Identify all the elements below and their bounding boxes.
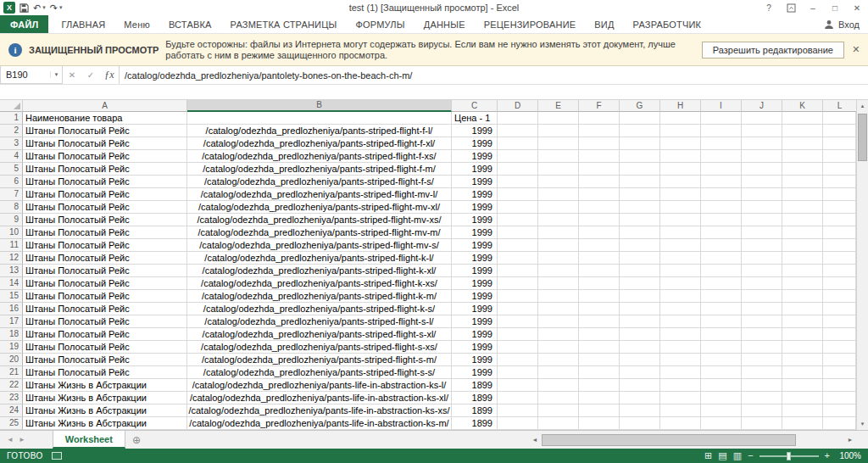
cell-C12[interactable]: 1999	[452, 252, 498, 265]
cell-A7[interactable]: Штаны Полосатый Рейс	[23, 188, 187, 201]
row-header-23[interactable]: 23	[0, 392, 23, 404]
cell-G10[interactable]	[620, 226, 660, 239]
cell-K8[interactable]	[782, 201, 823, 214]
cell-G17[interactable]	[620, 315, 660, 328]
row-header-16[interactable]: 16	[0, 303, 23, 315]
column-header-E[interactable]: E	[538, 100, 579, 112]
row-header-10[interactable]: 10	[0, 226, 23, 239]
row-header-11[interactable]: 11	[0, 239, 23, 252]
cell-J23[interactable]	[742, 392, 782, 404]
cell-E11[interactable]	[538, 239, 579, 252]
cell-A4[interactable]: Штаны Полосатый Рейс	[23, 150, 187, 163]
cell-C24[interactable]: 1899	[452, 404, 498, 417]
cell-H14[interactable]	[660, 277, 701, 290]
cell-K1[interactable]	[782, 112, 823, 125]
cell-L6[interactable]	[823, 176, 856, 188]
cell-E3[interactable]	[538, 137, 579, 150]
cell-L3[interactable]	[823, 137, 856, 150]
cell-H5[interactable]	[660, 163, 701, 176]
scroll-up-icon[interactable]: ▲	[857, 100, 868, 112]
cell-B17[interactable]: /catalog/odezhda_predlozheniya/pants-str…	[187, 315, 452, 328]
cell-C8[interactable]: 1999	[452, 201, 498, 214]
cell-K22[interactable]	[782, 379, 823, 392]
row-header-13[interactable]: 13	[0, 265, 23, 277]
cell-I5[interactable]	[701, 163, 742, 176]
cell-J8[interactable]	[742, 201, 782, 214]
cell-B1[interactable]	[187, 112, 452, 125]
cell-F14[interactable]	[579, 277, 620, 290]
hscroll-right-icon[interactable]: ►	[844, 437, 856, 443]
cell-I18[interactable]	[701, 328, 742, 341]
column-header-J[interactable]: J	[742, 100, 782, 112]
cell-D8[interactable]	[498, 201, 538, 214]
zoom-in-button[interactable]: +	[825, 449, 830, 462]
cell-K2[interactable]	[782, 125, 823, 137]
cell-F12[interactable]	[579, 252, 620, 265]
cell-C3[interactable]: 1999	[452, 137, 498, 150]
zoom-out-button[interactable]: −	[748, 449, 753, 462]
cell-G18[interactable]	[620, 328, 660, 341]
cell-J18[interactable]	[742, 328, 782, 341]
cell-I1[interactable]	[701, 112, 742, 125]
row-header-24[interactable]: 24	[0, 404, 23, 417]
cell-K21[interactable]	[782, 366, 823, 379]
cell-I8[interactable]	[701, 201, 742, 214]
sign-in[interactable]: Вход	[824, 15, 868, 33]
cell-D12[interactable]	[498, 252, 538, 265]
cell-B21[interactable]: /catalog/odezhda_predlozheniya/pants-str…	[187, 366, 452, 379]
column-header-I[interactable]: I	[701, 100, 742, 112]
cell-L5[interactable]	[823, 163, 856, 176]
cancel-icon[interactable]: ✕	[63, 70, 81, 80]
cell-I12[interactable]	[701, 252, 742, 265]
cell-L13[interactable]	[823, 265, 856, 277]
row-header-14[interactable]: 14	[0, 277, 23, 290]
formula-input[interactable]: /catalog/odezhda_predlozheniya/pantolety…	[120, 66, 868, 84]
cell-A25[interactable]: Штаны Жизнь в Абстракции	[23, 417, 187, 430]
zoom-slider-thumb[interactable]	[787, 452, 791, 460]
cell-K9[interactable]	[782, 214, 823, 226]
cell-B25[interactable]: /catalog/odezhda_predlozheniya/pants-lif…	[187, 417, 452, 430]
cell-D22[interactable]	[498, 379, 538, 392]
cell-L12[interactable]	[823, 252, 856, 265]
minimize-button[interactable]: –	[802, 0, 824, 15]
cell-G20[interactable]	[620, 354, 660, 366]
cell-E23[interactable]	[538, 392, 579, 404]
cell-D6[interactable]	[498, 176, 538, 188]
cell-D21[interactable]	[498, 366, 538, 379]
cell-J9[interactable]	[742, 214, 782, 226]
cell-J15[interactable]	[742, 290, 782, 303]
cell-E8[interactable]	[538, 201, 579, 214]
redo-icon[interactable]: ↷	[50, 2, 58, 14]
cell-B8[interactable]: /catalog/odezhda_predlozheniya/pants-str…	[187, 201, 452, 214]
cell-F20[interactable]	[579, 354, 620, 366]
cell-K16[interactable]	[782, 303, 823, 315]
cell-C16[interactable]: 1999	[452, 303, 498, 315]
row-header-21[interactable]: 21	[0, 366, 23, 379]
normal-view-button[interactable]: ⊞	[704, 449, 712, 462]
cell-E14[interactable]	[538, 277, 579, 290]
cell-B5[interactable]: /catalog/odezhda_predlozheniya/pants-str…	[187, 163, 452, 176]
cell-F22[interactable]	[579, 379, 620, 392]
cell-J19[interactable]	[742, 341, 782, 354]
cell-J24[interactable]	[742, 404, 782, 417]
cell-C18[interactable]: 1999	[452, 328, 498, 341]
cell-L18[interactable]	[823, 328, 856, 341]
cell-B3[interactable]: /catalog/odezhda_predlozheniya/pants-str…	[187, 137, 452, 150]
cell-H8[interactable]	[660, 201, 701, 214]
cell-K23[interactable]	[782, 392, 823, 404]
cell-K25[interactable]	[782, 417, 823, 430]
cell-B23[interactable]: /catalog/odezhda_predlozheniya/pants-lif…	[187, 392, 452, 404]
ribbon-tab-данные[interactable]: ДАННЫЕ	[416, 15, 473, 33]
cell-H11[interactable]	[660, 239, 701, 252]
cell-C6[interactable]: 1999	[452, 176, 498, 188]
cell-L2[interactable]	[823, 125, 856, 137]
cell-A17[interactable]: Штаны Полосатый Рейс	[23, 315, 187, 328]
cell-C13[interactable]: 1999	[452, 265, 498, 277]
cell-L15[interactable]	[823, 290, 856, 303]
cell-L23[interactable]	[823, 392, 856, 404]
cell-G4[interactable]	[620, 150, 660, 163]
cell-E7[interactable]	[538, 188, 579, 201]
cell-G3[interactable]	[620, 137, 660, 150]
vertical-scroll-thumb[interactable]	[858, 114, 867, 161]
cell-L20[interactable]	[823, 354, 856, 366]
